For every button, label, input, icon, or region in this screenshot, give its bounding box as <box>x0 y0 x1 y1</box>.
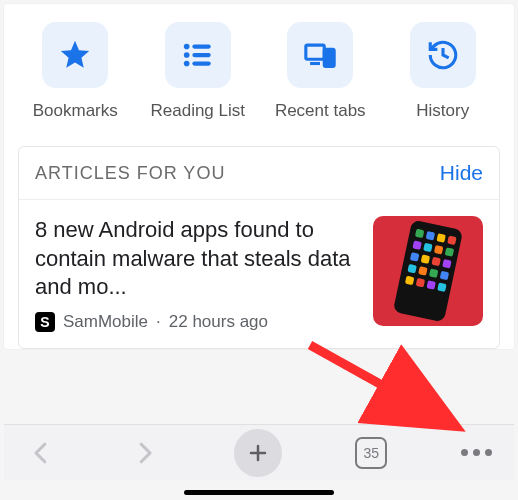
bookmarks-icon <box>42 22 108 88</box>
svg-rect-6 <box>306 45 324 59</box>
section-header: ARTICLES FOR YOU Hide <box>19 147 499 200</box>
tab-switcher-button[interactable]: 35 <box>355 437 387 469</box>
articles-section: ARTICLES FOR YOU Hide 8 new Android apps… <box>18 146 500 349</box>
shortcut-reading-list[interactable]: Reading List <box>143 22 253 122</box>
hide-button[interactable]: Hide <box>440 161 483 185</box>
tab-count: 35 <box>363 445 379 461</box>
shortcut-recent-tabs[interactable]: Recent tabs <box>265 22 375 122</box>
forward-button[interactable] <box>130 438 160 468</box>
new-tab-button[interactable] <box>234 429 282 477</box>
section-title: ARTICLES FOR YOU <box>35 163 225 184</box>
bottom-toolbar: 35 <box>4 424 514 480</box>
article-card[interactable]: 8 new Android apps found to contain malw… <box>19 200 499 348</box>
shortcut-label: History <box>416 100 469 122</box>
more-menu-button[interactable] <box>461 449 492 456</box>
shortcut-bookmarks[interactable]: Bookmarks <box>20 22 130 122</box>
svg-rect-5 <box>192 61 210 65</box>
svg-rect-3 <box>192 53 210 57</box>
reading-list-icon <box>165 22 231 88</box>
browser-new-tab: Bookmarks Reading List Recent tabs Histo… <box>4 4 514 349</box>
article-meta: S SamMobile · 22 hours ago <box>35 312 359 332</box>
svg-rect-1 <box>192 44 210 48</box>
article-age: 22 hours ago <box>169 312 268 332</box>
shortcut-history[interactable]: History <box>388 22 498 122</box>
back-button[interactable] <box>26 438 56 468</box>
recent-tabs-icon <box>287 22 353 88</box>
svg-line-11 <box>310 345 450 423</box>
history-icon <box>410 22 476 88</box>
shortcut-label: Reading List <box>150 100 245 122</box>
meta-separator: · <box>156 312 161 332</box>
shortcuts-row: Bookmarks Reading List Recent tabs Histo… <box>4 4 514 128</box>
dot-icon <box>485 449 492 456</box>
svg-rect-8 <box>325 49 335 66</box>
article-text: 8 new Android apps found to contain malw… <box>35 216 359 332</box>
dot-icon <box>473 449 480 456</box>
article-thumbnail <box>373 216 483 326</box>
source-favicon: S <box>35 312 55 332</box>
dot-icon <box>461 449 468 456</box>
shortcut-label: Recent tabs <box>275 100 366 122</box>
home-indicator <box>184 490 334 495</box>
shortcut-label: Bookmarks <box>33 100 118 122</box>
svg-point-0 <box>184 44 190 50</box>
article-source: SamMobile <box>63 312 148 332</box>
svg-point-4 <box>184 61 190 67</box>
svg-point-2 <box>184 52 190 58</box>
article-title: 8 new Android apps found to contain malw… <box>35 216 359 302</box>
